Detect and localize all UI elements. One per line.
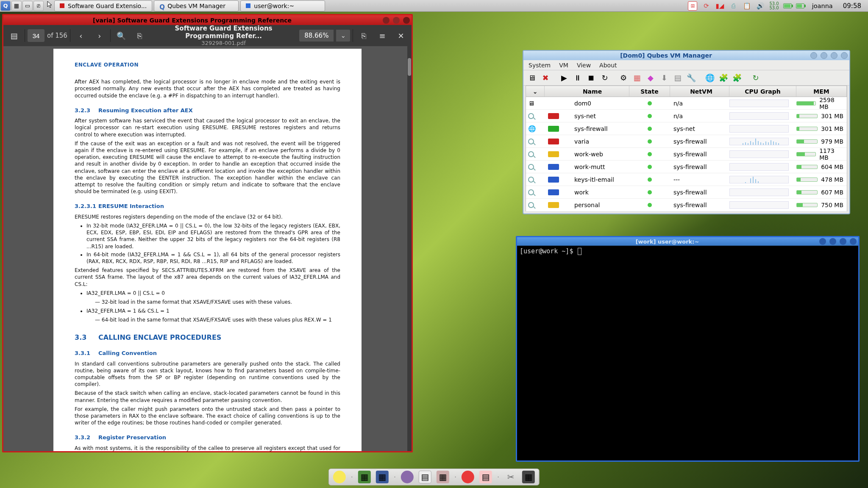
dock-item[interactable]: ▦ — [522, 471, 535, 483]
vm-row[interactable]: work-websys-firewall1173 MB — [526, 148, 847, 161]
maximize-button[interactable] — [829, 238, 836, 245]
state-running-icon — [648, 165, 652, 169]
restore-button[interactable] — [831, 52, 837, 59]
mem-value: 750 MB — [821, 202, 843, 208]
dock-item[interactable] — [401, 471, 414, 483]
dock-item[interactable] — [333, 471, 346, 483]
workspace-switcher[interactable]: ▦ — [11, 1, 22, 11]
vm-row[interactable]: keys-itl-email---478 MB — [526, 173, 847, 186]
taskbar-task[interactable]: QQubes VM Manager — [154, 0, 239, 11]
pdf-titlebar[interactable]: [varia] Software Guard Extensions Progra… — [3, 15, 412, 25]
menu-item-about[interactable]: About — [599, 62, 617, 69]
tray-qubes-icon[interactable]: ⊞ — [688, 1, 697, 11]
remove-vm-button[interactable]: ✖ — [540, 72, 551, 84]
taskbar-task[interactable]: Software Guard Extensio... — [54, 0, 152, 11]
start-vm-button[interactable]: ▶ — [558, 72, 570, 84]
dock-item[interactable]: ▤ — [479, 471, 492, 483]
dock-item[interactable]: ▦ — [376, 471, 389, 483]
zoom-dropdown[interactable]: ⌄ — [336, 30, 350, 42]
term-titlebar[interactable]: [work] user@work:~ — [517, 237, 858, 246]
maximize-button[interactable] — [821, 52, 827, 59]
column-netvm[interactable]: NetVM — [670, 86, 729, 97]
column-mem[interactable]: MEM — [796, 86, 847, 97]
restart-vm-button[interactable]: ↻ — [599, 72, 611, 84]
menu-item-view[interactable]: View — [577, 62, 591, 69]
clock[interactable]: 09:58 — [840, 2, 864, 10]
dock-item[interactable]: ✂ — [504, 471, 517, 483]
copy-button[interactable]: ⎘ — [132, 28, 148, 44]
minimize-button[interactable] — [383, 17, 389, 24]
close-button[interactable] — [403, 17, 410, 24]
restore-button[interactable] — [840, 238, 846, 245]
tray-clipboard-icon[interactable]: 📋 — [742, 1, 751, 11]
tray-volume-icon[interactable]: 🔊 — [756, 1, 765, 11]
close-button[interactable] — [850, 238, 857, 245]
pause-vm-button[interactable]: ⏸ — [572, 72, 584, 84]
tray-device-icon[interactable]: ⎙ — [729, 1, 738, 11]
column-name[interactable]: Name — [545, 86, 629, 97]
minimize-button[interactable] — [819, 238, 826, 245]
minimize-button[interactable] — [810, 52, 817, 59]
dock-item[interactable] — [462, 471, 474, 483]
dock-item[interactable]: ▦ — [437, 471, 449, 483]
vm-row[interactable]: worksys-firewall607 MB — [526, 186, 847, 199]
tray-updates-icon[interactable]: ⟳ — [701, 1, 711, 11]
battery-icon[interactable] — [783, 3, 792, 8]
show-desktop-button[interactable]: ▭ — [22, 1, 33, 11]
tools-button[interactable]: 🔧 — [685, 72, 697, 84]
sidebar-toggle-button[interactable]: ▤ — [6, 28, 22, 44]
apps-button[interactable]: ◆ — [645, 72, 657, 84]
screenshot-button[interactable]: ⎚ — [33, 1, 44, 11]
terminal-prompt: [user@work ~]$ — [520, 247, 577, 255]
restore-button[interactable]: 🧩 — [731, 72, 743, 84]
new-vm-button[interactable]: 🖥 — [526, 72, 538, 84]
vm-row[interactable]: work-muttsys-firewall604 MB — [526, 161, 847, 173]
firewall-button[interactable]: ▦ — [631, 72, 643, 84]
next-page-button[interactable]: › — [92, 28, 108, 44]
refresh-button[interactable]: ↻ — [750, 72, 762, 84]
backup-button[interactable]: 🧩 — [718, 72, 729, 84]
column-cpu[interactable]: CPU Graph — [729, 86, 796, 97]
sort-column-button[interactable]: ⌄ — [526, 86, 545, 97]
reader-mode-button[interactable]: ⎘ — [356, 28, 372, 44]
cpu-graph — [729, 201, 789, 209]
vm-row[interactable]: personalsys-firewall750 MB — [526, 199, 847, 211]
pdf-scrollbar[interactable] — [407, 46, 412, 451]
update-button[interactable]: ⬇ — [658, 72, 670, 84]
settings-button[interactable]: ⚙ — [618, 72, 629, 84]
toolbar-close-button[interactable]: ✕ — [393, 28, 409, 44]
vm-row[interactable]: 🖥dom0n/a2598 MB — [526, 97, 847, 110]
column-state[interactable]: State — [629, 86, 670, 97]
global-settings-button[interactable]: 🌐 — [704, 72, 716, 84]
tray-network-icon[interactable]: ▮◢ — [715, 1, 724, 11]
prev-page-button[interactable]: ‹ — [73, 28, 89, 44]
task-label: user@work:~ — [254, 3, 294, 9]
state-running-icon — [648, 190, 652, 194]
terminal-body[interactable]: [user@work ~]$ — [517, 246, 858, 460]
vm-row[interactable]: 🌐sys-firewallsys-net301 MB — [526, 122, 847, 135]
dock-item[interactable]: ▤ — [419, 471, 431, 483]
close-button[interactable] — [841, 52, 848, 59]
menu-item-vm[interactable]: VM — [559, 62, 568, 69]
page-number-input[interactable] — [28, 29, 45, 42]
user-menu[interactable]: joanna — [809, 3, 836, 9]
qubes-menu-button[interactable]: Q — [0, 1, 11, 11]
vm-row[interactable]: sys-netn/a301 MB — [526, 110, 847, 122]
state-running-icon — [648, 152, 652, 156]
qvm-titlebar[interactable]: [Dom0] Qubes VM Manager — [523, 51, 849, 60]
vm-type-icon — [528, 202, 534, 208]
menu-item-system[interactable]: System — [529, 62, 551, 69]
search-button[interactable]: 🔍 — [113, 28, 129, 44]
stop-vm-button[interactable]: ⏹ — [585, 72, 597, 84]
pdf-viewport[interactable]: ENCLAVE OPERATION After AEX has complete… — [3, 46, 412, 451]
maximize-button[interactable] — [393, 17, 400, 24]
zoom-level[interactable]: 88.66% — [299, 30, 334, 42]
battery-icon-2[interactable] — [796, 3, 804, 8]
dock-item[interactable]: ▦ — [358, 471, 371, 483]
taskbar-task[interactable]: user@work:~ — [240, 0, 325, 11]
vm-row[interactable]: variasys-firewall979 MB — [526, 135, 847, 148]
menu-button[interactable]: ≡ — [374, 28, 390, 44]
pdf-document-filename: 329298-001.pdf — [150, 40, 297, 47]
log-button[interactable]: ▤ — [672, 72, 684, 84]
mem-bar — [796, 190, 818, 194]
